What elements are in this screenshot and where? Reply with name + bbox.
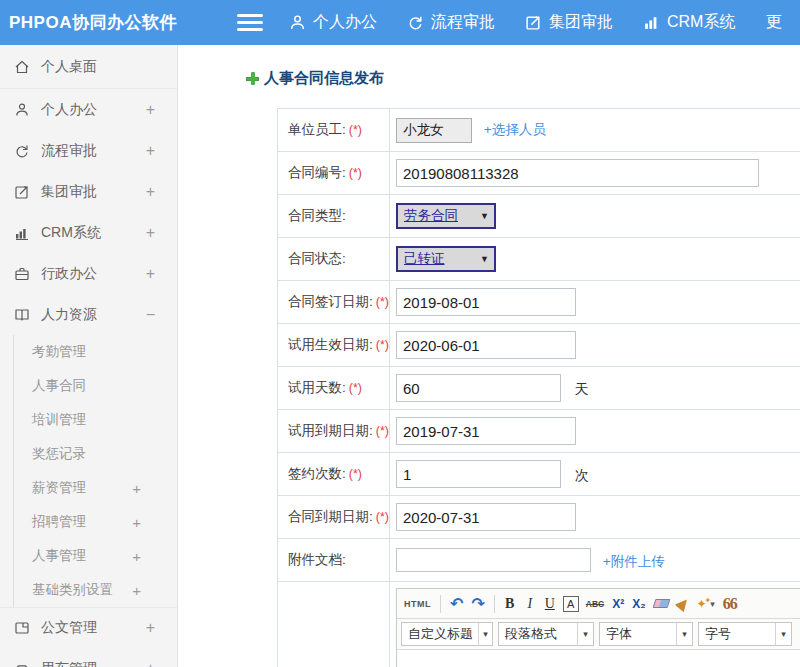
brush-icon <box>674 595 691 612</box>
sidebar-item-group-approval[interactable]: 集团审批 + <box>0 171 177 212</box>
collapse-icon[interactable]: − <box>146 306 155 324</box>
sidebar-item-desktop[interactable]: 个人桌面 <box>0 45 177 89</box>
paragraph-format-dropdown[interactable]: 段落格式 ▾ <box>498 622 594 646</box>
menu-toggle-icon[interactable] <box>237 10 263 35</box>
form-row-contract-type: 合同类型: 劳务合同 ▼ <box>278 195 800 238</box>
contract-form: 单位员工:(*) +选择人员 合同编号:(*) 合同类型: 劳务合同 ▼ 合同状… <box>277 108 800 667</box>
required-marker: (*) <box>349 467 362 481</box>
nav-label: 集团审批 <box>549 12 613 33</box>
contract-status-select[interactable]: 己转证 ▼ <box>396 246 496 272</box>
sign-date-input[interactable] <box>396 288 576 316</box>
expand-icon[interactable]: + <box>146 183 155 201</box>
sidebar-subitem-training[interactable]: 培训管理 <box>14 403 177 437</box>
expand-icon[interactable]: + <box>146 101 155 119</box>
expand-icon[interactable]: + <box>146 265 155 283</box>
sidebar-item-label: 公文管理 <box>41 619 97 637</box>
sidebar-subitem-rewards[interactable]: 奖惩记录 <box>14 437 177 471</box>
sidebar-subitem-salary[interactable]: 薪资管理 + <box>14 471 177 505</box>
underline-button[interactable]: U <box>541 593 559 615</box>
sidebar-subitem-hr-contract[interactable]: 人事合同 <box>14 369 177 403</box>
form-row-employee: 单位员工:(*) +选择人员 <box>278 109 800 152</box>
strikethrough-button[interactable]: ABC <box>583 593 607 615</box>
sidebar-item-documents[interactable]: 公文管理 + <box>0 607 177 648</box>
trial-end-date-input[interactable] <box>396 417 576 445</box>
toolbar-divider <box>494 595 495 613</box>
select-person-link[interactable]: +选择人员 <box>484 122 546 137</box>
nav-more[interactable]: 更 <box>765 12 781 33</box>
italic-button[interactable]: I <box>521 593 539 615</box>
nav-personal-office[interactable]: 个人办公 <box>289 12 377 33</box>
sidebar-item-label: 用车管理 <box>41 660 97 667</box>
page-title-text: 人事合同信息发布 <box>264 69 384 88</box>
editor-toolbar-bottom: 自定义标题 ▾ 段落格式 ▾ 字体 ▾ 字号 ▾ <box>397 619 800 650</box>
sidebar-item-label: 流程审批 <box>41 142 97 160</box>
sign-count-input[interactable] <box>396 460 561 488</box>
contract-type-select[interactable]: 劳务合同 ▼ <box>396 203 496 229</box>
form-row-contract-status: 合同状态: 己转证 ▼ <box>278 238 800 281</box>
nav-label: 个人办公 <box>313 12 377 33</box>
sidebar-item-crm[interactable]: CRM系统 + <box>0 212 177 253</box>
undo-icon[interactable]: ↶ <box>447 593 466 615</box>
expand-icon[interactable]: + <box>132 480 141 497</box>
trial-days-input[interactable] <box>396 374 561 402</box>
employee-input[interactable] <box>396 118 472 143</box>
eraser-button[interactable] <box>651 593 672 615</box>
font-size-dropdown[interactable]: 字号 ▾ <box>698 622 792 646</box>
editor-content-area[interactable] <box>397 650 800 667</box>
sidebar-subitem-recruit[interactable]: 招聘管理 + <box>14 505 177 539</box>
nav-label: CRM系统 <box>667 12 735 33</box>
sidebar-item-label: 薪资管理 <box>32 479 86 497</box>
trial-start-date-input[interactable] <box>396 331 576 359</box>
nav-group-approval[interactable]: 集团审批 <box>525 12 613 33</box>
expand-icon[interactable]: + <box>146 619 155 637</box>
field-label: 合同类型: <box>288 208 346 223</box>
superscript-button[interactable]: X² <box>609 593 627 615</box>
sidebar-item-process-approval[interactable]: 流程审批 + <box>0 130 177 171</box>
hr-submenu: 考勤管理 人事合同 培训管理 奖惩记录 薪资管理 + 招聘管理 + 人事管理 +… <box>13 335 177 607</box>
nav-label: 流程审批 <box>431 12 495 33</box>
attachment-input[interactable] <box>396 548 591 572</box>
field-label: 试用天数: <box>288 380 346 395</box>
expand-icon[interactable]: + <box>132 582 141 599</box>
custom-title-dropdown[interactable]: 自定义标题 ▾ <box>401 622 493 646</box>
nav-process-approval[interactable]: 流程审批 <box>407 12 495 33</box>
subscript-button[interactable]: X₂ <box>629 593 648 615</box>
contract-number-input[interactable] <box>396 159 759 187</box>
expand-icon[interactable]: + <box>132 514 141 531</box>
sidebar-subitem-base-category[interactable]: 基础类别设置 + <box>14 573 177 607</box>
form-row-sign-date: 合同签订日期:(*) <box>278 281 800 324</box>
expand-icon[interactable]: + <box>146 224 155 242</box>
sidebar: 个人桌面 个人办公 + 流程审批 + 集团审批 + <box>0 45 178 667</box>
sidebar-item-label: 人事管理 <box>32 547 86 565</box>
expand-icon[interactable]: + <box>132 548 141 565</box>
blockquote-button[interactable]: 66 <box>720 593 740 615</box>
expand-icon[interactable]: + <box>146 142 155 160</box>
chevron-down-icon: ▾ <box>710 599 715 609</box>
autoformat-button[interactable]: ✦✦▾ <box>694 593 718 615</box>
sidebar-item-admin-office[interactable]: 行政办公 + <box>0 253 177 294</box>
required-marker: (*) <box>376 295 389 309</box>
sidebar-item-vehicle[interactable]: 用车管理 + <box>0 648 177 667</box>
form-row-editor: HTML ↶ ↷ B I U A ABC X² X₂ ✦ <box>278 582 800 667</box>
html-source-button[interactable]: HTML <box>401 593 434 615</box>
doc-icon <box>13 620 30 637</box>
required-marker: (*) <box>349 166 362 180</box>
chevron-down-icon: ▾ <box>676 623 692 645</box>
contract-end-date-input[interactable] <box>396 503 576 531</box>
sidebar-item-hr[interactable]: 人力资源 − <box>0 294 177 335</box>
expand-icon[interactable]: + <box>146 660 155 667</box>
nav-crm-system[interactable]: CRM系统 <box>643 12 735 33</box>
unit-label: 天 <box>575 381 589 397</box>
font-color-button[interactable]: A <box>563 596 579 612</box>
font-family-dropdown[interactable]: 字体 ▾ <box>599 622 693 646</box>
rich-text-editor: HTML ↶ ↷ B I U A ABC X² X₂ ✦ <box>396 588 800 667</box>
sidebar-subitem-attendance[interactable]: 考勤管理 <box>14 335 177 369</box>
sidebar-subitem-personnel[interactable]: 人事管理 + <box>14 539 177 573</box>
bold-button[interactable]: B <box>501 593 519 615</box>
field-label: 合同到期日期: <box>288 509 373 524</box>
redo-icon[interactable]: ↷ <box>468 593 487 615</box>
attachment-upload-link[interactable]: +附件上传 <box>603 554 665 569</box>
format-brush-button[interactable] <box>674 593 692 615</box>
sidebar-item-label: CRM系统 <box>41 224 101 242</box>
sidebar-item-personal-office[interactable]: 个人办公 + <box>0 89 177 130</box>
